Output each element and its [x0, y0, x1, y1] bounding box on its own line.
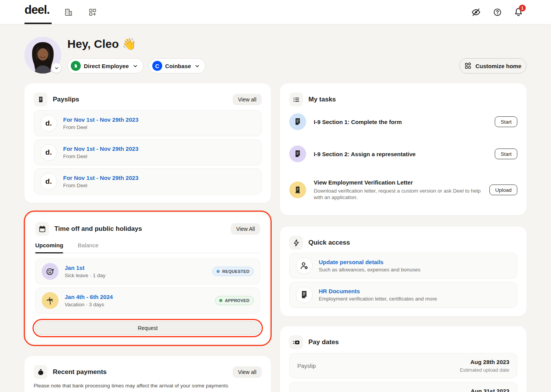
timeoff-row[interactable]: Jan 1st Sick leave · 1 day REQUESTED	[35, 258, 260, 284]
payslips-card: Payslips View all d. For Nov 1st - Nov 2…	[24, 83, 271, 203]
eye-off-icon[interactable]	[471, 7, 481, 17]
company-dropdown[interactable]: C Coinbase	[149, 58, 206, 74]
card-title: My tasks	[308, 96, 336, 103]
payments-note: Please note that bank processing times m…	[34, 383, 262, 389]
status-dot	[217, 270, 220, 273]
person-settings-icon	[296, 257, 313, 274]
pay-dates-card: Pay dates Payslip Aug 28th 2023 Estimate…	[280, 326, 527, 392]
document-icon	[296, 286, 313, 303]
help-icon[interactable]	[493, 8, 502, 17]
annotation-highlight-ring: Request	[33, 319, 263, 337]
quick-access-row[interactable]: HR Documents Employment verification let…	[289, 282, 517, 308]
payslip-link[interactable]: For Nov 1st - Nov 29th 2023	[63, 116, 139, 123]
deel-d-logo: d.	[40, 173, 57, 190]
update-personal-details-link[interactable]: Update personal details	[319, 259, 421, 265]
deel-d-logo: d.	[40, 144, 57, 161]
quick-access-row[interactable]: Update personal details Such as allowanc…	[289, 253, 517, 279]
timeoff-view-all-button[interactable]: View All	[231, 223, 260, 235]
pay-date-row: Aug 31st 2023	[289, 382, 517, 392]
top-nav: deel.	[0, 0, 551, 24]
deel-dashboard: deel.	[0, 0, 551, 392]
task-row: I-9 Section 2: Assign a representative S…	[289, 145, 517, 162]
bell-icon[interactable]: 1	[514, 7, 524, 18]
page-greeting: Hey, Cleo 👋	[67, 37, 136, 51]
payslips-view-all-button[interactable]: View all	[233, 94, 262, 105]
calendar-icon	[35, 222, 49, 236]
pay-date-row: Payslip Aug 28th 2023 Estimated upload d…	[289, 353, 517, 378]
payslip-link[interactable]: For Nov 1st - Nov 29th 2023	[63, 175, 139, 181]
payslip-row[interactable]: d. For Nov 1st - Nov 29th 2023 From Deel	[34, 110, 262, 136]
receipt-icon	[289, 181, 306, 198]
timeoff-date-link[interactable]: Jan 4th - 6th 2024	[65, 294, 113, 300]
task-upload-button[interactable]: Upload	[489, 185, 517, 195]
status-badge: APPROVED	[215, 296, 254, 305]
pay-dates-icon	[289, 335, 303, 349]
quick-access-card: Quick access Update personal details Suc…	[280, 227, 527, 316]
tasks-list-icon	[289, 93, 303, 106]
apps-grid-icon[interactable]	[88, 8, 97, 17]
wave-emoji: 👋	[122, 38, 136, 50]
sick-face-icon	[42, 263, 59, 280]
deel-logo[interactable]: deel.	[24, 3, 50, 17]
contract-doc-icon	[71, 61, 81, 71]
coinbase-logo: C	[152, 61, 162, 71]
payslip-row[interactable]: d. For Nov 1st - Nov 29th 2023 From Deel	[34, 168, 262, 194]
document-icon	[289, 145, 306, 162]
chevron-down-icon	[54, 65, 59, 71]
timeoff-tabs: Upcoming Balance	[35, 242, 260, 253]
status-dot	[219, 299, 222, 302]
hr-documents-link[interactable]: HR Documents	[319, 288, 437, 294]
timeoff-card: Time off and public holidays View All Up…	[26, 213, 269, 344]
chevron-down-icon	[194, 63, 201, 69]
card-title: Pay dates	[308, 338, 339, 346]
recent-payments-card: Recent payments View all Please note tha…	[24, 356, 271, 392]
employment-type-dropdown[interactable]: Direct Employee	[67, 58, 143, 74]
annotation-highlight-box: Time off and public holidays View All Up…	[24, 211, 272, 346]
timeoff-date-link[interactable]: Jan 1st	[65, 265, 106, 271]
profile-badges: Direct Employee C Coinbase	[67, 58, 205, 74]
card-title: Quick access	[308, 239, 350, 247]
notification-badge[interactable]: 1	[519, 5, 526, 11]
customize-home-button[interactable]: Customize home	[459, 58, 527, 74]
card-title: Recent payments	[53, 368, 107, 376]
document-icon	[289, 113, 306, 130]
avatar-expand-button[interactable]	[51, 63, 62, 73]
payslip-link[interactable]: For Nov 1st - Nov 29th 2023	[63, 145, 139, 152]
money-bag-icon	[34, 365, 47, 379]
task-start-button[interactable]: Start	[495, 116, 517, 127]
status-badge: REQUESTED	[212, 267, 254, 276]
card-title: Time off and public holidays	[54, 225, 142, 233]
my-tasks-card: My tasks I-9 Section 1: Complete the for…	[280, 83, 527, 215]
active-nav-underline	[24, 23, 52, 24]
tab-balance[interactable]: Balance	[78, 242, 98, 253]
chevron-down-icon	[132, 63, 139, 69]
task-row: View Employment Verification Letter Down…	[289, 179, 517, 201]
tab-upcoming[interactable]: Upcoming	[35, 242, 63, 253]
request-timeoff-button[interactable]: Request	[35, 321, 261, 335]
card-title: Payslips	[53, 96, 79, 103]
deel-d-logo: d.	[40, 115, 57, 132]
timeoff-row[interactable]: Jan 4th - 6th 2024 Vacation · 3 days APP…	[35, 287, 260, 314]
payslip-row[interactable]: d. For Nov 1st - Nov 29th 2023 From Deel	[34, 139, 262, 165]
recent-payments-view-all-button[interactable]: View all	[233, 366, 262, 378]
receipt-icon	[34, 93, 47, 106]
bolt-icon	[289, 236, 303, 250]
palm-tree-icon	[42, 292, 59, 309]
task-row: I-9 Section 1: Complete the form Start	[289, 113, 517, 130]
building-icon[interactable]	[64, 8, 73, 17]
customize-icon	[464, 62, 472, 70]
task-start-button[interactable]: Start	[495, 149, 517, 159]
